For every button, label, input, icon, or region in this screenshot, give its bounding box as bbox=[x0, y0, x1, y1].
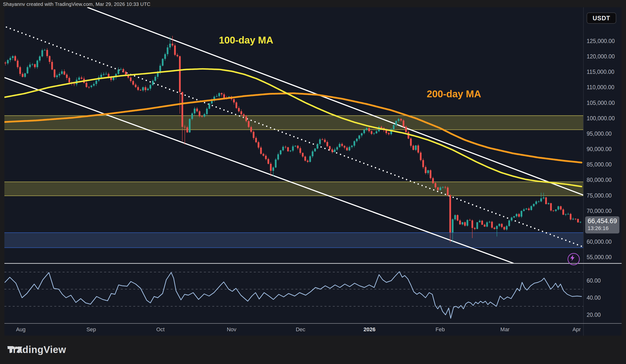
candle-body bbox=[285, 147, 286, 147]
time-scale-label-Dec: Dec bbox=[296, 326, 305, 333]
time-scale-label-Nov: Nov bbox=[227, 326, 236, 333]
candle-body bbox=[444, 187, 446, 187]
candle-body bbox=[376, 131, 377, 133]
candle-body bbox=[204, 114, 205, 117]
candle-body bbox=[51, 62, 53, 70]
candle-body bbox=[434, 183, 436, 187]
candle-body bbox=[312, 151, 313, 156]
candle-body bbox=[29, 65, 31, 67]
candle-body bbox=[260, 148, 262, 154]
candle-body bbox=[159, 66, 161, 72]
candle-body bbox=[290, 150, 291, 151]
candle-body bbox=[302, 153, 304, 157]
candle-body bbox=[61, 71, 63, 74]
candle-body bbox=[479, 221, 480, 222]
candle-body bbox=[277, 154, 279, 159]
candle-body bbox=[59, 74, 60, 75]
candle-body bbox=[557, 206, 559, 210]
candle-body bbox=[319, 139, 321, 144]
candle-body bbox=[73, 84, 75, 84]
candle-body bbox=[538, 201, 540, 202]
candle-body bbox=[349, 147, 351, 150]
candle-body bbox=[240, 111, 242, 114]
candle-body bbox=[95, 81, 97, 84]
candle-body bbox=[577, 219, 579, 222]
ma200-label: 200-day MA bbox=[427, 88, 481, 100]
candle-body bbox=[366, 128, 368, 130]
rsi-pane[interactable] bbox=[4, 263, 583, 324]
candle-body bbox=[525, 209, 527, 209]
price-scale-label: 90,000.00 bbox=[587, 146, 612, 152]
candle-body bbox=[268, 159, 269, 164]
last-price-badge: 66,454.69 13:26:16 bbox=[585, 216, 619, 233]
candle-body bbox=[356, 139, 358, 141]
candle-body bbox=[462, 222, 463, 224]
candle-body bbox=[427, 170, 429, 173]
price-pane[interactable]: 100-day MA 200-day MA bbox=[4, 7, 583, 263]
candle-body bbox=[209, 103, 210, 109]
price-scale-label: 70,000.00 bbox=[587, 208, 612, 214]
candle-body bbox=[474, 228, 476, 229]
candle-body bbox=[454, 215, 456, 219]
time-scale[interactable]: AugSepOctNovDec2026FebMarApr bbox=[4, 324, 583, 336]
candle-body bbox=[513, 216, 515, 218]
candle-body bbox=[496, 226, 498, 229]
last-price-countdown: 13:26:16 bbox=[587, 225, 617, 231]
zone-resistance-lower bbox=[4, 182, 583, 196]
candle-body bbox=[331, 149, 333, 152]
candle-body bbox=[7, 60, 9, 63]
candle-body bbox=[132, 81, 134, 85]
candle-body bbox=[34, 64, 36, 67]
candle-body bbox=[555, 210, 557, 211]
candle-body bbox=[206, 109, 208, 114]
candle-body bbox=[346, 148, 348, 150]
candle-body bbox=[292, 146, 294, 150]
candle-body bbox=[172, 44, 173, 45]
candle-body bbox=[344, 146, 345, 148]
candle-body bbox=[398, 119, 399, 121]
candle-body bbox=[523, 210, 525, 211]
candle-body bbox=[142, 87, 144, 90]
candle-body bbox=[572, 219, 574, 219]
candle-body bbox=[535, 201, 537, 204]
candle-body bbox=[9, 58, 11, 60]
candle-body bbox=[437, 187, 439, 190]
candle-body bbox=[44, 50, 45, 50]
candle-body bbox=[216, 96, 218, 97]
time-scale-label-Feb: Feb bbox=[435, 326, 445, 333]
pane-separator[interactable] bbox=[4, 263, 622, 264]
candle-body bbox=[361, 133, 363, 135]
price-scale-label: 60,000.00 bbox=[587, 239, 612, 245]
candle-body bbox=[363, 130, 365, 133]
candle-body bbox=[275, 159, 276, 167]
candle-body bbox=[32, 64, 33, 65]
zone-resistance-upper bbox=[4, 116, 583, 130]
time-scale-label-Mar: Mar bbox=[500, 326, 509, 333]
candle-body bbox=[447, 187, 449, 195]
candle-body bbox=[186, 127, 188, 133]
candle-body bbox=[400, 119, 402, 120]
candle-body bbox=[103, 74, 105, 75]
candle-body bbox=[294, 146, 296, 146]
candle-body bbox=[518, 214, 520, 217]
symbol-currency-badge: USDT bbox=[587, 12, 616, 24]
candle-body bbox=[93, 84, 95, 86]
candle-body bbox=[553, 211, 554, 211]
candle-body bbox=[235, 103, 237, 108]
candle-body bbox=[326, 142, 328, 146]
flash-icon[interactable] bbox=[568, 253, 580, 265]
candle-body bbox=[550, 203, 552, 211]
candle-body bbox=[422, 160, 424, 167]
price-scale[interactable]: USDT 125,000.00120,000.00115,000.00110,0… bbox=[584, 7, 622, 336]
price-scale-label: 75,000.00 bbox=[587, 192, 612, 199]
price-scale-label: 55,000.00 bbox=[587, 254, 612, 261]
candle-body bbox=[543, 198, 544, 198]
candle-body bbox=[273, 167, 274, 171]
candle-body bbox=[253, 132, 255, 138]
channel-upper[interactable] bbox=[87, 7, 583, 195]
candle-body bbox=[125, 72, 127, 74]
mid-trendline[interactable] bbox=[6, 27, 582, 246]
rsi-line[interactable] bbox=[5, 272, 582, 318]
candle-body bbox=[565, 214, 567, 215]
candle-body bbox=[174, 45, 176, 55]
